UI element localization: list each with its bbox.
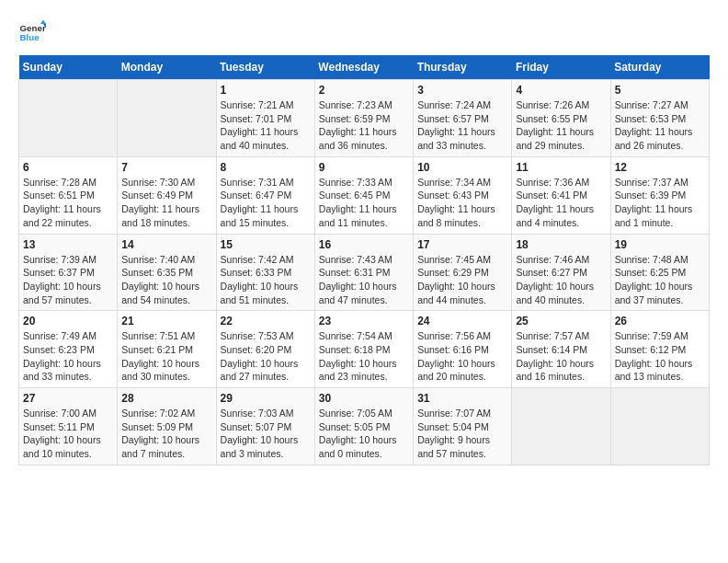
day-info: Sunrise: 7:43 AMSunset: 6:31 PMDaylight:… bbox=[319, 253, 409, 307]
day-number: 9 bbox=[319, 161, 409, 174]
day-info: Sunrise: 7:46 AMSunset: 6:27 PMDaylight:… bbox=[516, 253, 606, 307]
calendar-day-cell: 7Sunrise: 7:30 AMSunset: 6:49 PMDaylight… bbox=[118, 156, 216, 234]
day-info: Sunrise: 7:34 AMSunset: 6:43 PMDaylight:… bbox=[417, 176, 507, 230]
day-number: 31 bbox=[417, 392, 507, 405]
day-info: Sunrise: 7:59 AMSunset: 6:12 PMDaylight:… bbox=[615, 329, 705, 384]
day-info: Sunrise: 7:02 AMSunset: 5:09 PMDaylight:… bbox=[121, 407, 211, 461]
day-info: Sunrise: 7:51 AMSunset: 6:21 PMDaylight:… bbox=[121, 329, 211, 384]
calendar-day-cell: 17Sunrise: 7:45 AMSunset: 6:29 PMDayligh… bbox=[414, 234, 512, 311]
calendar-day-cell: 22Sunrise: 7:53 AMSunset: 6:20 PMDayligh… bbox=[216, 311, 314, 388]
calendar-day-cell: 20Sunrise: 7:49 AMSunset: 6:23 PMDayligh… bbox=[19, 311, 118, 388]
day-number: 27 bbox=[23, 392, 113, 405]
day-number: 17 bbox=[417, 238, 507, 251]
day-number: 3 bbox=[417, 84, 507, 97]
calendar-day-cell bbox=[512, 388, 610, 465]
day-info: Sunrise: 7:23 AMSunset: 6:59 PMDaylight:… bbox=[319, 98, 409, 153]
weekday-header: Friday bbox=[512, 55, 610, 80]
day-info: Sunrise: 7:26 AMSunset: 6:55 PMDaylight:… bbox=[516, 98, 606, 153]
logo: General Blue bbox=[18, 18, 46, 46]
day-number: 24 bbox=[417, 315, 507, 327]
calendar-day-cell: 14Sunrise: 7:40 AMSunset: 6:35 PMDayligh… bbox=[118, 234, 216, 311]
calendar-day-cell: 18Sunrise: 7:46 AMSunset: 6:27 PMDayligh… bbox=[512, 234, 610, 311]
day-info: Sunrise: 7:27 AMSunset: 6:53 PMDaylight:… bbox=[615, 98, 705, 153]
calendar-day-cell: 4Sunrise: 7:26 AMSunset: 6:55 PMDaylight… bbox=[512, 80, 610, 157]
svg-marker-2 bbox=[40, 20, 46, 25]
day-number: 1 bbox=[221, 84, 311, 97]
day-info: Sunrise: 7:49 AMSunset: 6:23 PMDaylight:… bbox=[23, 329, 113, 384]
day-info: Sunrise: 7:56 AMSunset: 6:16 PMDaylight:… bbox=[417, 329, 507, 384]
day-info: Sunrise: 7:40 AMSunset: 6:35 PMDaylight:… bbox=[121, 253, 211, 307]
calendar-day-cell: 3Sunrise: 7:24 AMSunset: 6:57 PMDaylight… bbox=[414, 80, 512, 157]
calendar-day-cell: 30Sunrise: 7:05 AMSunset: 5:05 PMDayligh… bbox=[314, 388, 413, 465]
calendar-day-cell: 13Sunrise: 7:39 AMSunset: 6:37 PMDayligh… bbox=[19, 234, 118, 311]
calendar-week-row: 13Sunrise: 7:39 AMSunset: 6:37 PMDayligh… bbox=[19, 234, 710, 311]
calendar-day-cell: 8Sunrise: 7:31 AMSunset: 6:47 PMDaylight… bbox=[216, 156, 314, 234]
day-info: Sunrise: 7:45 AMSunset: 6:29 PMDaylight:… bbox=[417, 253, 507, 307]
calendar-day-cell: 9Sunrise: 7:33 AMSunset: 6:45 PMDaylight… bbox=[314, 156, 413, 234]
day-info: Sunrise: 7:37 AMSunset: 6:39 PMDaylight:… bbox=[615, 176, 705, 230]
day-info: Sunrise: 7:05 AMSunset: 5:05 PMDaylight:… bbox=[319, 407, 409, 461]
day-number: 16 bbox=[319, 238, 409, 251]
day-number: 29 bbox=[221, 392, 311, 405]
calendar-day-cell: 16Sunrise: 7:43 AMSunset: 6:31 PMDayligh… bbox=[314, 234, 413, 311]
day-info: Sunrise: 7:48 AMSunset: 6:25 PMDaylight:… bbox=[615, 253, 705, 307]
calendar-day-cell: 15Sunrise: 7:42 AMSunset: 6:33 PMDayligh… bbox=[216, 234, 314, 311]
day-number: 26 bbox=[615, 315, 705, 327]
calendar-day-cell: 25Sunrise: 7:57 AMSunset: 6:14 PMDayligh… bbox=[512, 311, 610, 388]
calendar-day-cell bbox=[118, 80, 216, 157]
page-header: General Blue bbox=[18, 18, 710, 46]
calendar-day-cell: 28Sunrise: 7:02 AMSunset: 5:09 PMDayligh… bbox=[118, 388, 216, 465]
day-info: Sunrise: 7:30 AMSunset: 6:49 PMDaylight:… bbox=[121, 176, 211, 230]
day-info: Sunrise: 7:57 AMSunset: 6:14 PMDaylight:… bbox=[516, 329, 606, 384]
day-number: 4 bbox=[516, 84, 606, 97]
day-number: 13 bbox=[23, 238, 113, 251]
calendar-day-cell: 12Sunrise: 7:37 AMSunset: 6:39 PMDayligh… bbox=[610, 156, 709, 234]
day-info: Sunrise: 7:07 AMSunset: 5:04 PMDaylight:… bbox=[417, 407, 507, 461]
day-info: Sunrise: 7:31 AMSunset: 6:47 PMDaylight:… bbox=[221, 176, 311, 230]
weekday-header: Thursday bbox=[414, 55, 512, 80]
day-info: Sunrise: 7:53 AMSunset: 6:20 PMDaylight:… bbox=[221, 329, 311, 384]
day-number: 8 bbox=[221, 161, 311, 174]
day-number: 14 bbox=[121, 238, 211, 251]
day-number: 2 bbox=[319, 84, 409, 97]
day-number: 6 bbox=[23, 161, 113, 174]
day-number: 12 bbox=[615, 161, 705, 174]
calendar-day-cell: 23Sunrise: 7:54 AMSunset: 6:18 PMDayligh… bbox=[314, 311, 413, 388]
day-info: Sunrise: 7:21 AMSunset: 7:01 PMDaylight:… bbox=[221, 98, 311, 153]
logo-icon: General Blue bbox=[18, 18, 46, 46]
day-number: 7 bbox=[121, 161, 211, 174]
day-number: 28 bbox=[121, 392, 211, 405]
day-number: 20 bbox=[23, 315, 113, 327]
calendar-day-cell: 27Sunrise: 7:00 AMSunset: 5:11 PMDayligh… bbox=[19, 388, 118, 465]
weekday-header: Tuesday bbox=[216, 55, 314, 80]
day-number: 5 bbox=[615, 84, 705, 97]
day-info: Sunrise: 7:00 AMSunset: 5:11 PMDaylight:… bbox=[23, 407, 113, 461]
calendar-day-cell: 11Sunrise: 7:36 AMSunset: 6:41 PMDayligh… bbox=[512, 156, 610, 234]
day-number: 21 bbox=[121, 315, 211, 327]
svg-text:General: General bbox=[20, 23, 47, 33]
day-info: Sunrise: 7:24 AMSunset: 6:57 PMDaylight:… bbox=[417, 98, 507, 153]
calendar-day-cell: 26Sunrise: 7:59 AMSunset: 6:12 PMDayligh… bbox=[610, 311, 709, 388]
day-info: Sunrise: 7:54 AMSunset: 6:18 PMDaylight:… bbox=[319, 329, 409, 384]
day-info: Sunrise: 7:39 AMSunset: 6:37 PMDaylight:… bbox=[23, 253, 113, 307]
day-number: 11 bbox=[516, 161, 606, 174]
calendar-day-cell: 10Sunrise: 7:34 AMSunset: 6:43 PMDayligh… bbox=[414, 156, 512, 234]
day-info: Sunrise: 7:42 AMSunset: 6:33 PMDaylight:… bbox=[221, 253, 311, 307]
calendar-day-cell: 29Sunrise: 7:03 AMSunset: 5:07 PMDayligh… bbox=[216, 388, 314, 465]
calendar-day-cell bbox=[610, 388, 709, 465]
calendar-day-cell: 24Sunrise: 7:56 AMSunset: 6:16 PMDayligh… bbox=[414, 311, 512, 388]
svg-text:Blue: Blue bbox=[20, 32, 40, 42]
calendar-day-cell: 5Sunrise: 7:27 AMSunset: 6:53 PMDaylight… bbox=[610, 80, 709, 157]
calendar-week-row: 1Sunrise: 7:21 AMSunset: 7:01 PMDaylight… bbox=[19, 80, 710, 157]
day-number: 23 bbox=[319, 315, 409, 327]
day-info: Sunrise: 7:33 AMSunset: 6:45 PMDaylight:… bbox=[319, 176, 409, 230]
day-number: 15 bbox=[221, 238, 311, 251]
day-info: Sunrise: 7:03 AMSunset: 5:07 PMDaylight:… bbox=[221, 407, 311, 461]
day-number: 19 bbox=[615, 238, 705, 251]
day-number: 10 bbox=[417, 161, 507, 174]
calendar-day-cell: 6Sunrise: 7:28 AMSunset: 6:51 PMDaylight… bbox=[19, 156, 118, 234]
day-number: 25 bbox=[516, 315, 606, 327]
calendar-week-row: 27Sunrise: 7:00 AMSunset: 5:11 PMDayligh… bbox=[19, 388, 710, 465]
weekday-header: Saturday bbox=[610, 55, 709, 80]
calendar-day-cell: 21Sunrise: 7:51 AMSunset: 6:21 PMDayligh… bbox=[118, 311, 216, 388]
